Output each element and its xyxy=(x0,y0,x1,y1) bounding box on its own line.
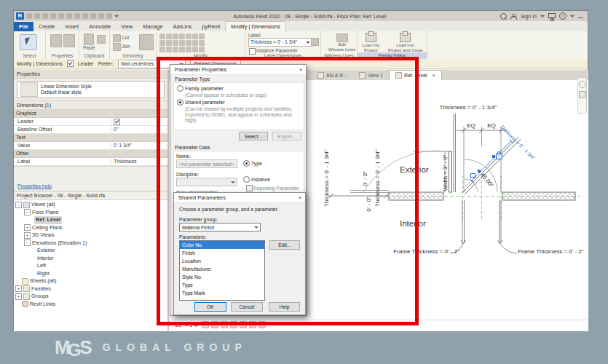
join-icon[interactable] xyxy=(113,43,121,51)
sign-in-label[interactable]: Sign In xyxy=(521,14,537,19)
shadows-icon[interactable] xyxy=(230,321,237,328)
cut-icon[interactable] xyxy=(113,34,121,42)
section-icon[interactable] xyxy=(98,13,104,19)
cut-label[interactable]: Cut xyxy=(122,35,129,40)
temporary-hide-icon[interactable] xyxy=(258,321,266,328)
dimension-grip[interactable] xyxy=(492,155,495,158)
panel-caption-properties[interactable]: Properties xyxy=(46,52,79,59)
name-input[interactable]: <no parameter selected> xyxy=(176,159,237,168)
tree-item-ceiling-plans[interactable]: Ceiling Plans xyxy=(15,224,167,232)
open-icon[interactable] xyxy=(26,13,32,19)
tab-modify-dimensions[interactable]: Modify | Dimensions xyxy=(225,21,285,31)
project-browser-header[interactable]: Project Browser - 08 - Single - Solid.rf… xyxy=(14,191,167,200)
leader-checkbox[interactable] xyxy=(67,60,74,67)
section-other[interactable]: Other xyxy=(14,150,167,158)
tree-item-floor-plans[interactable]: Floor Plans xyxy=(15,209,167,217)
expand-icon[interactable] xyxy=(24,224,31,231)
help-icon[interactable] xyxy=(559,12,566,20)
panel-caption-select[interactable]: Select xyxy=(14,52,45,59)
panel-caption-witness-lines[interactable]: Witness Lines xyxy=(321,52,357,59)
match-type-icon[interactable] xyxy=(97,35,106,44)
list-item[interactable]: Color No. xyxy=(180,241,264,249)
save-icon[interactable] xyxy=(34,13,40,19)
type-radio[interactable] xyxy=(243,160,250,167)
reporting-parameter-checkbox[interactable] xyxy=(246,185,253,191)
tab-insert[interactable]: Insert xyxy=(60,22,84,31)
tree-item-revit-links[interactable]: Revit Links xyxy=(15,301,167,309)
leader-value-checkbox[interactable] xyxy=(114,119,120,125)
list-item[interactable]: Type Mark xyxy=(180,289,264,297)
type-selector[interactable]: Linear Dimension Style Default linear st… xyxy=(17,81,165,98)
tree-item-exterior[interactable]: Exterior xyxy=(15,247,167,255)
list-item[interactable]: Location xyxy=(180,257,264,265)
export-button[interactable]: Export... xyxy=(272,132,301,141)
tab-annotate[interactable]: Annotate xyxy=(84,22,116,31)
cancel-button[interactable]: Cancel xyxy=(231,302,263,312)
instance-radio[interactable] xyxy=(243,176,250,183)
collapse-icon[interactable] xyxy=(24,209,31,215)
shared-parameters-title-bar[interactable]: Shared Parameters xyxy=(174,193,305,203)
property-row[interactable]: Label Thickness xyxy=(14,158,167,166)
expand-icon[interactable] xyxy=(24,232,31,239)
modify-button[interactable] xyxy=(20,34,37,50)
tab-pyrevit[interactable]: pyRevit xyxy=(197,22,225,31)
geometry-tools-icon[interactable] xyxy=(139,34,154,50)
tree-item-ref-level[interactable]: Ref. Level xyxy=(15,216,167,224)
expand-icon[interactable] xyxy=(15,293,22,300)
tab-file[interactable]: File xyxy=(14,22,33,31)
search-icon[interactable] xyxy=(500,13,507,20)
list-item[interactable]: Manufacturer xyxy=(180,265,264,273)
minimize-icon[interactable] xyxy=(578,17,583,18)
dim-frame-thickness-right[interactable]: Frame Thickness = 0' - 2" xyxy=(518,248,595,255)
edit-button[interactable]: Edit... xyxy=(269,240,300,250)
print-icon[interactable] xyxy=(58,13,64,19)
dim-top-thickness[interactable]: Thickness = 0' - 1 3/4" xyxy=(430,104,506,111)
panel-caption-family-editor[interactable]: Family Editor xyxy=(358,52,427,59)
dim-left-zero-b[interactable]: 0' - 0" xyxy=(366,192,372,217)
dim-frame-thickness-left[interactable]: Frame Thickness = 0' - 2" xyxy=(382,248,459,255)
property-row[interactable]: Value 0' 1 3/4" xyxy=(14,142,167,150)
dimension-flip-grip[interactable] xyxy=(470,173,475,178)
panel-caption-clipboard[interactable]: Clipboard xyxy=(79,52,109,59)
modify-tools-icons[interactable] xyxy=(157,31,245,55)
dim-left-thickness-outer[interactable]: Thickness = 0' - 1 3/4" xyxy=(323,145,330,212)
tab-manage[interactable]: Manage xyxy=(138,22,167,31)
list-item[interactable]: Type xyxy=(180,281,264,289)
sign-in-caret-icon[interactable] xyxy=(540,15,545,17)
tree-item-sheets[interactable]: Sheets (all) xyxy=(15,277,167,285)
type-properties-icon[interactable] xyxy=(50,34,62,47)
list-item[interactable]: Style No. xyxy=(180,273,264,281)
select-button[interactable]: Select... xyxy=(239,132,268,141)
type-radio-label[interactable]: Type xyxy=(251,161,262,166)
crop-view-icon[interactable] xyxy=(240,321,247,328)
property-row[interactable]: Baseline Offset 0" xyxy=(14,126,167,134)
tab-view[interactable]: View xyxy=(116,22,138,31)
parameter-group-dropdown[interactable]: Material Finish xyxy=(179,223,261,232)
close-icon[interactable] xyxy=(295,194,305,201)
dim-width[interactable]: Width = 3' - 0" xyxy=(442,146,449,201)
measure-icon[interactable] xyxy=(66,13,72,19)
section-text[interactable]: Text xyxy=(14,134,167,142)
revit-logo-icon[interactable]: R xyxy=(16,12,24,20)
sun-path-icon[interactable] xyxy=(221,321,228,328)
discipline-dropdown[interactable] xyxy=(176,178,237,186)
list-item[interactable]: Finish xyxy=(180,249,264,257)
shared-parameter-label[interactable]: Shared parameter xyxy=(185,100,225,105)
tree-item-families[interactable]: Families xyxy=(15,285,167,293)
family-parameter-label[interactable]: Family parameter xyxy=(185,86,224,91)
dimension-lock-icon[interactable] xyxy=(496,154,502,159)
section-graphics[interactable]: Graphics xyxy=(14,110,167,118)
detail-level-icon[interactable] xyxy=(202,321,209,328)
tree-item-left[interactable]: Left xyxy=(15,262,167,270)
aligned-dimension-icon[interactable] xyxy=(74,13,80,19)
ok-button[interactable]: OK xyxy=(194,302,226,312)
crop-region-icon[interactable] xyxy=(249,321,256,328)
profile-icon[interactable] xyxy=(510,16,517,20)
property-row[interactable]: Leader xyxy=(14,118,167,126)
collapse-icon[interactable] xyxy=(15,202,22,208)
collapse-icon[interactable] xyxy=(24,240,31,246)
panel-caption-modify[interactable]: Modify xyxy=(157,52,245,59)
text-icon[interactable] xyxy=(82,13,88,19)
dimension-grip[interactable] xyxy=(478,170,481,173)
tree-item-3d-views[interactable]: 3D Views xyxy=(15,232,167,240)
